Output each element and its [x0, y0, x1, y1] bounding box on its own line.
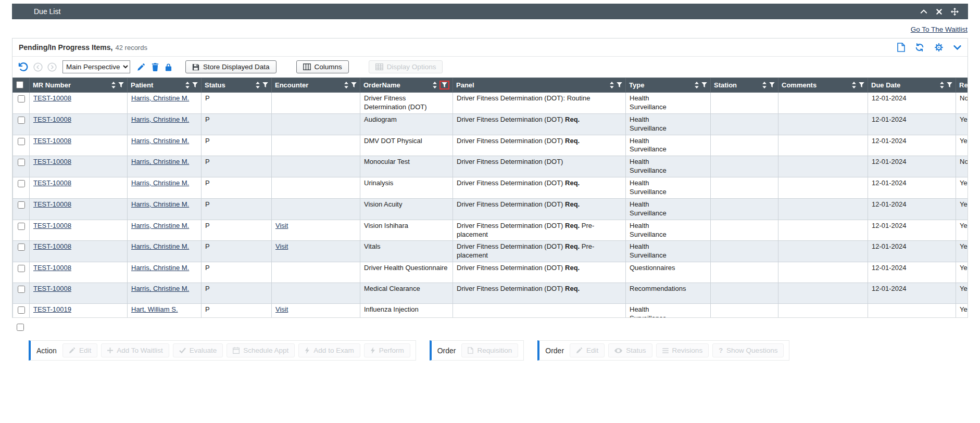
filter-icon[interactable]	[947, 82, 952, 88]
columns-button[interactable]: Columns	[296, 60, 349, 73]
add-to-waitlist-button[interactable]: Add To Waitlist	[101, 343, 169, 357]
patient-link[interactable]: Hart, William S.	[131, 305, 178, 313]
column-header-status[interactable]: Status	[202, 78, 272, 93]
filter-icon[interactable]	[859, 82, 864, 88]
due-list-table-container[interactable]: MR NumberPatientStatusEncounterOrderName…	[12, 78, 968, 317]
column-header-panel[interactable]: Panel	[453, 78, 626, 93]
filter-icon[interactable]	[617, 82, 622, 88]
patient-link[interactable]: Harris, Christine M.	[131, 285, 189, 292]
perform-button[interactable]: Perform	[364, 343, 410, 357]
sort-icon[interactable]	[610, 82, 614, 88]
row-checkbox[interactable]	[18, 306, 25, 314]
mr-number-link[interactable]: TEST-10019	[33, 305, 71, 313]
patient-link[interactable]: Harris, Christine M.	[131, 116, 189, 123]
mr-number-link[interactable]: TEST-10008	[33, 94, 71, 102]
lock-perspective-icon[interactable]	[165, 63, 172, 71]
filter-icon[interactable]	[118, 82, 124, 88]
sort-icon[interactable]	[433, 82, 437, 88]
show-questions-button[interactable]: ?Show Questions	[712, 343, 784, 357]
mr-number-link[interactable]: TEST-10008	[33, 222, 71, 229]
mr-number-link[interactable]: TEST-10008	[33, 137, 71, 145]
mr-number-link[interactable]: TEST-10008	[33, 179, 71, 187]
row-checkbox[interactable]	[18, 265, 25, 272]
row-checkbox[interactable]	[18, 117, 25, 124]
close-icon[interactable]	[936, 9, 942, 15]
row-checkbox[interactable]	[18, 138, 25, 145]
row-checkbox[interactable]	[18, 243, 25, 251]
evaluate-button[interactable]: Evaluate	[173, 343, 223, 357]
nav-forward-icon[interactable]	[47, 62, 57, 72]
delete-perspective-icon[interactable]	[152, 63, 159, 71]
column-header-order[interactable]: OrderName	[360, 78, 453, 93]
patient-link[interactable]: Harris, Christine M.	[131, 137, 189, 145]
sort-icon[interactable]	[762, 82, 767, 88]
row-checkbox[interactable]	[18, 286, 25, 293]
mr-number-link[interactable]: TEST-10008	[33, 116, 71, 123]
sort-icon[interactable]	[852, 82, 856, 88]
row-checkbox[interactable]	[18, 201, 25, 209]
sort-icon[interactable]	[695, 82, 699, 88]
display-options-button[interactable]: Display Options	[369, 60, 443, 73]
select-all-checkbox[interactable]	[16, 81, 23, 88]
encounter-link[interactable]: Visit	[275, 305, 288, 313]
requisition-button[interactable]: Requisition	[461, 343, 518, 357]
column-header-patient[interactable]: Patient	[128, 78, 202, 93]
edit-button[interactable]: Edit	[570, 343, 605, 357]
sort-icon[interactable]	[256, 82, 260, 88]
column-header-due[interactable]: Due Date	[868, 78, 956, 93]
mr-number-link[interactable]: TEST-10008	[33, 285, 71, 292]
mr-number-link[interactable]: TEST-10008	[33, 242, 71, 250]
row-checkbox[interactable]	[18, 95, 25, 102]
column-header-comments[interactable]: Comments	[778, 78, 868, 93]
patient-link[interactable]: Harris, Christine M.	[131, 264, 189, 272]
undo-icon[interactable]	[18, 62, 29, 72]
patient-link[interactable]: Harris, Christine M.	[131, 94, 189, 102]
status-button[interactable]: Status	[608, 343, 652, 357]
edit-perspective-icon[interactable]	[137, 63, 145, 71]
encounter-link[interactable]: Visit	[275, 242, 288, 250]
sort-icon[interactable]	[185, 82, 190, 88]
store-displayed-data-button[interactable]: Store Displayed Data	[185, 60, 277, 73]
filter-icon[interactable]	[262, 82, 268, 88]
schedule-appt-button[interactable]: Schedule Appt	[227, 343, 295, 357]
row-checkbox[interactable]	[18, 159, 25, 166]
filter-icon[interactable]	[769, 82, 775, 88]
add-to-exam-button[interactable]: Add to Exam	[298, 343, 360, 357]
column-header-mr[interactable]: MR Number	[30, 78, 128, 93]
gear-icon[interactable]	[934, 43, 944, 52]
go-to-waitlist-link[interactable]: Go To The Waitlist	[911, 25, 968, 33]
row-checkbox[interactable]	[18, 223, 25, 230]
row-checkbox[interactable]	[18, 180, 25, 187]
new-page-icon[interactable]	[897, 43, 905, 52]
select-all-bottom-checkbox[interactable]	[17, 324, 24, 331]
patient-link[interactable]: Harris, Christine M.	[131, 200, 189, 208]
perspective-select[interactable]: Main Perspective	[62, 60, 130, 73]
patient-link[interactable]: Harris, Christine M.	[131, 158, 189, 165]
mr-number-link[interactable]: TEST-10008	[33, 158, 71, 165]
collapse-panel-icon[interactable]	[953, 45, 961, 50]
sort-icon[interactable]	[111, 82, 116, 88]
nav-back-icon[interactable]	[33, 62, 43, 72]
filter-highlight-box[interactable]	[439, 81, 449, 89]
column-header-station[interactable]: Station	[711, 78, 778, 93]
filter-icon[interactable]	[351, 82, 357, 88]
refresh-icon[interactable]	[915, 43, 924, 52]
revisions-button[interactable]: Revisions	[656, 343, 709, 357]
filter-icon[interactable]	[701, 82, 707, 88]
column-header-encounter[interactable]: Encounter	[272, 78, 360, 93]
column-header-type[interactable]: Type	[626, 78, 711, 93]
patient-link[interactable]: Harris, Christine M.	[131, 179, 189, 187]
collapse-icon[interactable]	[920, 9, 927, 14]
filter-icon[interactable]	[442, 82, 447, 88]
column-header-req[interactable]: Req	[956, 78, 968, 93]
window-titlebar[interactable]: Due List	[12, 4, 968, 19]
encounter-link[interactable]: Visit	[275, 222, 288, 229]
edit-button[interactable]: Edit	[62, 343, 97, 357]
filter-icon[interactable]	[192, 82, 198, 88]
sort-icon[interactable]	[940, 82, 944, 88]
mr-number-link[interactable]: TEST-10008	[33, 264, 71, 272]
move-icon[interactable]	[951, 8, 959, 16]
mr-number-link[interactable]: TEST-10008	[33, 200, 71, 208]
sort-icon[interactable]	[344, 82, 348, 88]
patient-link[interactable]: Harris, Christine M.	[131, 242, 189, 250]
